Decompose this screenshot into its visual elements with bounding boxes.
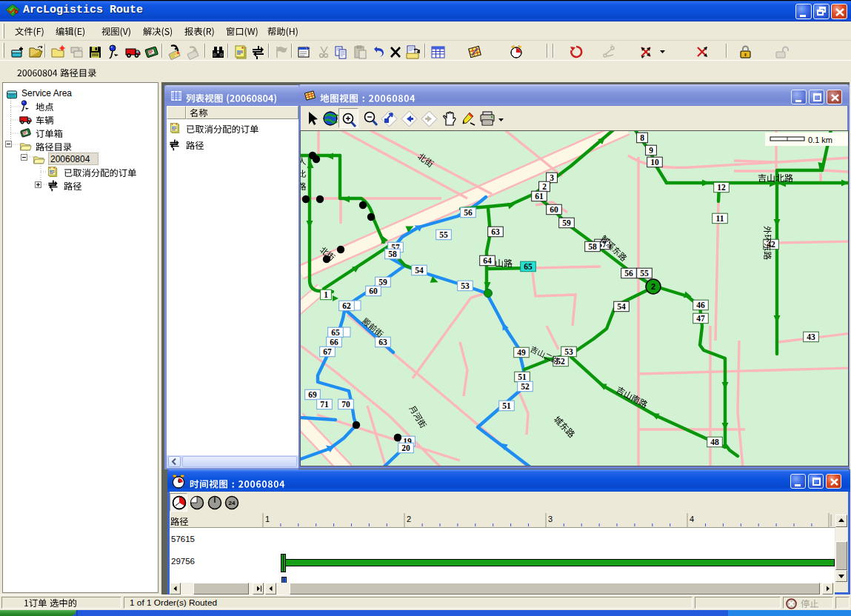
svg-text:3: 3 [550, 173, 554, 182]
svg-text:10: 10 [650, 158, 659, 167]
svg-text:1: 1 [265, 515, 270, 523]
svg-text:53: 53 [461, 281, 470, 290]
svg-text:43: 43 [807, 332, 815, 341]
svg-text:64: 64 [483, 256, 492, 265]
svg-text:20: 20 [401, 443, 410, 452]
svg-text:59: 59 [378, 278, 387, 287]
svg-text:58: 58 [588, 242, 597, 251]
svg-text:59: 59 [562, 218, 571, 227]
svg-text:56: 56 [464, 208, 473, 217]
svg-text:47: 47 [696, 314, 705, 323]
svg-text:69: 69 [308, 390, 317, 399]
svg-text:54: 54 [415, 266, 424, 275]
svg-text:70: 70 [341, 400, 350, 409]
svg-text:51: 51 [518, 372, 527, 381]
svg-text:51: 51 [502, 401, 511, 410]
svg-text:62: 62 [342, 301, 351, 310]
svg-text:46: 46 [696, 301, 705, 309]
svg-text:2: 2 [542, 182, 547, 191]
svg-text:9: 9 [649, 146, 653, 155]
svg-text:55: 55 [439, 230, 448, 239]
svg-text:12: 12 [717, 183, 726, 192]
svg-text:65: 65 [524, 262, 533, 271]
svg-text:54: 54 [617, 302, 626, 311]
svg-text:55: 55 [640, 269, 649, 278]
svg-text:66: 66 [330, 338, 338, 346]
svg-text:67: 67 [323, 347, 332, 356]
svg-text:8: 8 [640, 133, 644, 142]
svg-text:48: 48 [710, 438, 719, 446]
svg-text:60: 60 [369, 287, 378, 295]
svg-text:0.1 km: 0.1 km [808, 135, 832, 144]
svg-text:4: 4 [690, 515, 694, 523]
svg-text:24: 24 [229, 500, 236, 506]
svg-text:52: 52 [521, 382, 530, 391]
svg-text:53: 53 [564, 347, 573, 356]
svg-text:2: 2 [407, 515, 411, 523]
svg-text:63: 63 [378, 338, 387, 346]
svg-text:65: 65 [331, 328, 340, 337]
svg-text:1: 1 [324, 290, 328, 299]
svg-text:58: 58 [388, 250, 397, 258]
svg-text:60: 60 [550, 205, 558, 214]
svg-text:3: 3 [548, 515, 553, 523]
svg-text:11: 11 [716, 214, 724, 223]
svg-text:52: 52 [556, 357, 565, 366]
svg-text:49: 49 [517, 348, 526, 357]
svg-text:63: 63 [491, 227, 500, 236]
svg-text:71: 71 [320, 400, 329, 409]
svg-text:2: 2 [651, 282, 655, 291]
svg-text:56: 56 [624, 269, 633, 278]
svg-text:61: 61 [535, 192, 544, 201]
